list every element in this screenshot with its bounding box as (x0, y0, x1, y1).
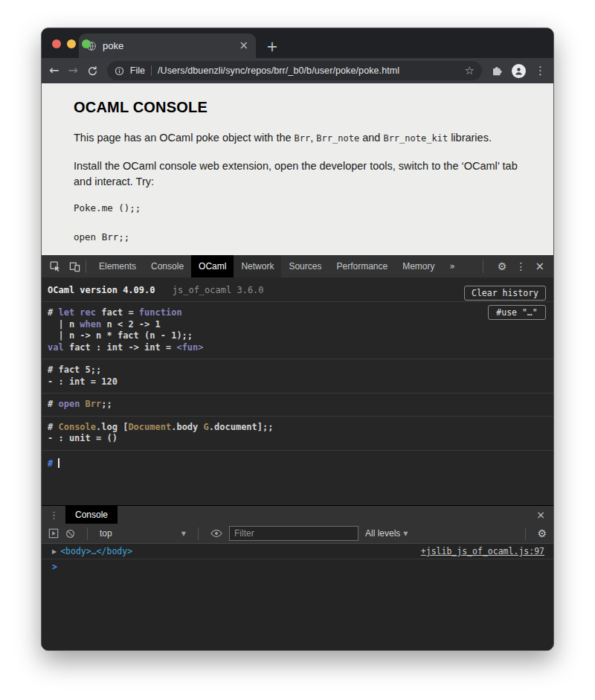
jsoo-version-label: js_of_ocaml 3.6.0 (173, 285, 264, 295)
close-window-button[interactable] (52, 39, 61, 48)
tab-title: poke (103, 40, 233, 51)
toolbar-divider (87, 527, 88, 540)
reload-icon[interactable] (87, 65, 98, 77)
expand-triangle-icon[interactable]: ▶ (52, 548, 57, 555)
repl-line: - : int = 120 (48, 376, 547, 388)
browser-menu-icon[interactable]: ⋮ (535, 65, 546, 77)
repl-line: | n -> n * fact (n - 1);; (48, 330, 547, 342)
tab-elements[interactable]: Elements (91, 255, 144, 277)
console-sidebar-icon[interactable] (48, 528, 59, 539)
nav-toolbar: ← → File /Users/dbuenzli/sync/repos/brr/… (42, 58, 553, 83)
console-prompt-chevron: > (52, 562, 57, 572)
page-paragraph-install: Install the OCaml console web extension,… (74, 158, 520, 190)
drawer-menu-icon[interactable]: ⋮ (49, 510, 59, 520)
tab-memory[interactable]: Memory (395, 255, 442, 277)
repl-prompt-line[interactable]: # (42, 451, 553, 476)
toolbar-divider (483, 260, 483, 273)
clear-console-icon[interactable] (65, 529, 75, 539)
url-text: /Users/dbuenzli/sync/repos/brr/_b0/b/use… (158, 65, 459, 76)
inline-code-brr-note-kit: Brr_note_kit (383, 133, 448, 144)
code-sample-open: open Brr;; (74, 231, 520, 243)
inline-code-brr: Brr (295, 133, 311, 144)
toolbar-divider (525, 527, 526, 540)
console-settings-icon[interactable]: ⚙ (537, 528, 547, 539)
tab-ocaml[interactable]: OCaml (191, 255, 234, 277)
devtools-settings-icon[interactable]: ⚙ (498, 261, 507, 272)
back-icon[interactable]: ← (49, 65, 59, 77)
url-scheme-label: File (130, 65, 145, 76)
context-selector[interactable]: top ▼ (100, 528, 186, 539)
ocaml-version-label: OCaml version 4.09.0 (48, 285, 155, 295)
console-log-row[interactable]: ▶ <body>…</body> +jslib_js_of_ocaml.js:9… (42, 544, 553, 559)
drawer-close-icon[interactable]: × (536, 510, 553, 520)
page-paragraph-libraries: This page has an OCaml poke object with … (74, 130, 520, 146)
bookmark-star-icon[interactable]: ☆ (465, 65, 475, 77)
live-expression-eye-icon[interactable] (210, 529, 222, 538)
chevron-down-icon: ▼ (181, 530, 186, 537)
paragraph-text: and (359, 132, 383, 144)
inspect-element-icon[interactable] (50, 261, 61, 272)
titlebar: poke × + (42, 28, 553, 58)
logged-dom-node[interactable]: <body>…</body> (60, 546, 132, 556)
repl-line: - : unit = () (48, 433, 547, 445)
devtools-controls: ⚙ ⋮ × (477, 260, 553, 273)
paragraph-text: This page has an OCaml poke object with … (74, 132, 295, 144)
source-location-link[interactable]: +jslib_js_of_ocaml.js:97 (421, 546, 544, 556)
repl-prompt-char: # (48, 458, 53, 469)
minimize-window-button[interactable] (67, 39, 76, 48)
person-icon (514, 66, 524, 76)
use-file-button[interactable]: #use "…" (488, 305, 546, 320)
tab-sources[interactable]: Sources (281, 255, 329, 277)
more-tabs-icon[interactable]: » (443, 255, 463, 277)
repl-line: | n when n < 2 -> 1 (48, 319, 547, 331)
clear-history-button[interactable]: Clear history (464, 286, 546, 301)
console-messages: ▶ <body>…</body> +jslib_js_of_ocaml.js:9… (42, 544, 553, 650)
console-toolbar-right: ⚙ (520, 527, 547, 540)
filter-input[interactable] (229, 526, 358, 541)
traffic-lights (52, 39, 91, 48)
context-label: top (100, 528, 181, 539)
drawer-tab-console[interactable]: Console (65, 506, 118, 524)
tab-network[interactable]: Network (234, 255, 281, 277)
screenshot-stage: poke × + ← → File /Users/dbuenzli/sy (0, 0, 595, 700)
console-prompt-row[interactable]: > (42, 559, 553, 574)
repl-entry: # open Brr;; (42, 394, 553, 417)
code-sample-poke: Poke.me ();; (74, 202, 520, 213)
forward-icon[interactable]: → (68, 65, 77, 77)
inline-code-brr-note: Brr_note (316, 133, 359, 144)
repl-line: # fact 5;; (48, 365, 547, 376)
repl-entry: # fact 5;;- : int = 120 (42, 359, 553, 394)
toolbar-divider (86, 260, 86, 273)
tab-console[interactable]: Console (144, 255, 191, 277)
extensions-puzzle-icon[interactable] (491, 65, 503, 77)
devtools-tabbar: Elements Console OCaml Network Sources P… (42, 255, 553, 278)
log-levels-label: All levels (365, 528, 400, 539)
paragraph-text: libraries. (448, 132, 492, 144)
web-page-content: OCAML CONSOLE This page has an OCaml pok… (42, 83, 553, 255)
toolbar-divider (198, 527, 199, 540)
page-info-icon[interactable] (115, 66, 124, 76)
repl-entry: # Console.log [Document.body G.document]… (42, 417, 553, 451)
repl-line: # open Brr;; (48, 399, 547, 411)
new-tab-button[interactable]: + (266, 39, 278, 54)
browser-window: poke × + ← → File /Users/dbuenzli/sy (41, 28, 554, 651)
browser-tab[interactable]: poke × (79, 33, 256, 58)
repl-entries: # let rec fact = function | n when n < 2… (42, 302, 553, 451)
url-divider (151, 65, 152, 76)
chevron-down-icon: ▼ (403, 530, 408, 537)
text-cursor (58, 458, 60, 468)
repl-buttons: Clear history #use "…" (464, 286, 546, 320)
zoom-window-button[interactable] (82, 39, 91, 48)
tab-close-icon[interactable]: × (239, 40, 248, 51)
tab-performance[interactable]: Performance (329, 255, 395, 277)
device-toolbar-icon[interactable] (69, 261, 80, 272)
log-levels-selector[interactable]: All levels ▼ (365, 528, 408, 539)
profile-avatar[interactable] (512, 64, 526, 78)
console-drawer-header: ⋮ Console × (42, 505, 553, 524)
url-bar[interactable]: File /Users/dbuenzli/sync/repos/brr/_b0/… (107, 61, 482, 80)
devtools-menu-icon[interactable]: ⋮ (515, 261, 526, 272)
page-title: OCAML CONSOLE (74, 99, 520, 116)
repl-line: # Console.log [Document.body G.document]… (48, 422, 547, 434)
repl-line: val fact : int -> int = <fun> (48, 342, 547, 354)
devtools-close-icon[interactable]: × (535, 261, 544, 272)
